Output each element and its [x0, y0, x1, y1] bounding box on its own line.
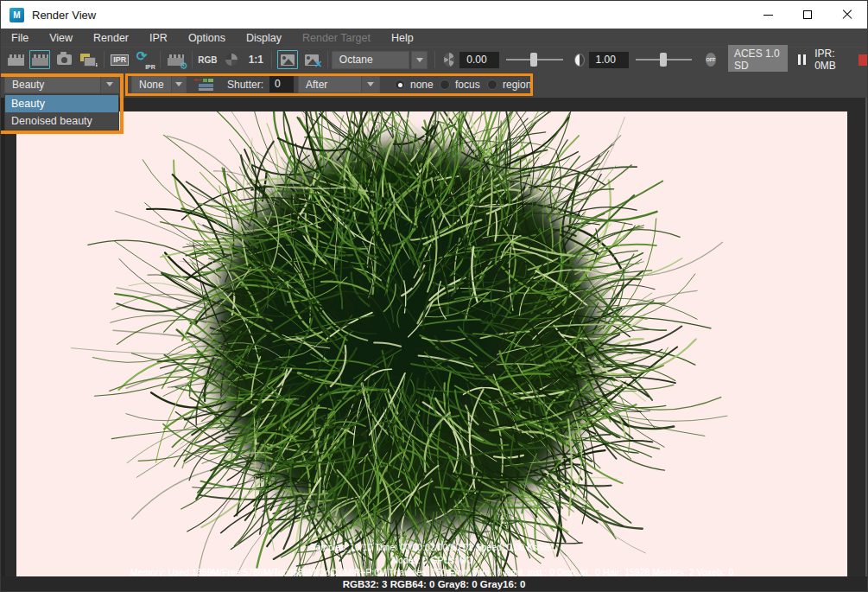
slider-handle[interactable] [530, 53, 537, 67]
timing-arrow[interactable] [361, 76, 379, 92]
chevron-down-icon [416, 58, 423, 62]
slider-handle[interactable] [660, 53, 667, 67]
close-button[interactable] [827, 1, 867, 29]
renderer-select-arrow[interactable] [411, 51, 428, 69]
menu-render-target: Render Target [292, 29, 381, 47]
real-size-button[interactable]: 1:1 [245, 50, 266, 69]
ipr-memory-label: IPR: 0MB [814, 48, 848, 72]
chevron-down-icon [175, 82, 182, 86]
aces-view-transform-button[interactable]: ACES 1.0 SD [728, 45, 788, 74]
ipr-refresh-icon: ⟳IPR [135, 51, 154, 68]
ipr-render-button[interactable]: IPR [110, 50, 130, 69]
pause-icon [798, 54, 801, 65]
maya-app-icon: M [10, 8, 24, 22]
pause-ipr-button[interactable] [798, 54, 806, 65]
exposure-slider[interactable] [506, 52, 562, 67]
radio-label: region [503, 79, 531, 91]
menu-ipr[interactable]: IPR [139, 29, 178, 47]
titlebar: M Render View [1, 1, 867, 29]
statusbar: RGB32: 3 RGB64: 0 Gray8: 0 Gray16: 0 [1, 576, 867, 591]
render-icon [8, 54, 24, 66]
alpha-icon [225, 54, 238, 66]
radio-dot[interactable] [440, 80, 450, 90]
menu-render[interactable]: Render [83, 29, 139, 47]
radio-focus[interactable]: focus [440, 79, 480, 91]
color-management-off-toggle[interactable]: OFF [706, 53, 716, 67]
menu-display[interactable]: Display [236, 29, 292, 47]
radio-dot[interactable] [395, 80, 405, 90]
renderer-select[interactable]: Octane [332, 51, 409, 69]
render-stats-line2: Nodes: 0 GPUs: 0/0 [16, 555, 847, 565]
maximize-icon [803, 10, 812, 19]
ipr-refresh-button[interactable]: ⟳IPR [134, 50, 155, 69]
remove-image-button[interactable]: ✕ [301, 50, 322, 69]
dropdown-option-beauty[interactable]: Beauty [5, 95, 118, 112]
stop-ipr-button[interactable] [858, 54, 867, 66]
exposure-icon [444, 53, 454, 67]
render-view-window: M Render View File View Render IPR Optio… [0, 0, 868, 592]
image-format-counts: RGB32: 3 RGB64: 0 Gray8: 0 Gray16: 0 [343, 579, 526, 589]
render-stats-line1: Samples: 10/10 Time: 00:00:02/00:00:02 S… [16, 542, 847, 552]
image-icon [281, 54, 295, 66]
menu-options[interactable]: Options [178, 29, 236, 47]
maximize-button[interactable] [788, 1, 827, 29]
radio-region[interactable]: region [487, 79, 531, 91]
chevron-down-icon [367, 82, 374, 86]
renderer-value: Octane [333, 54, 409, 66]
rendered-image[interactable]: Samples: 10/10 Time: 00:00:02/00:00:02 S… [16, 111, 847, 578]
x-icon: ✕ [314, 59, 322, 70]
close-icon [842, 10, 852, 20]
rgb-icon: RGB [198, 55, 217, 65]
gamma-field[interactable]: 1.00 [589, 52, 629, 68]
render-pass-select[interactable]: Beauty [4, 75, 119, 93]
window-title: Render View [32, 9, 96, 22]
alpha-channel-button[interactable] [221, 50, 242, 69]
ipr-icon: IPR [111, 54, 129, 66]
main-toolbar: s IPR ⟳IPR ⚙ RGB 1:1 ✕ Octane 0.00 [1, 48, 867, 72]
render-pass-dropdown: Beauty Denoised beauty [4, 94, 119, 130]
redo-render-button[interactable] [5, 50, 26, 69]
radio-label: none [410, 79, 434, 91]
render-all-layers-button[interactable]: s [78, 50, 98, 69]
gamma-icon [574, 54, 585, 67]
pause-icon [803, 54, 806, 65]
exposure-field[interactable]: 0.00 [459, 52, 499, 68]
shutter-label: Shutter: [227, 79, 263, 91]
render-region-icon [32, 54, 48, 66]
camera-icon [57, 54, 72, 65]
render-viewport: Samples: 10/10 Time: 00:00:02/00:00:02 S… [1, 98, 867, 578]
menu-help[interactable]: Help [381, 29, 424, 47]
render-pass-arrow[interactable] [100, 76, 118, 92]
gear-icon: ⚙ [180, 60, 188, 72]
one-to-one-icon: 1:1 [249, 54, 263, 66]
passes-toolbar: Beauty None Shutter: 0 After none focus [1, 72, 867, 98]
rgb-channels-button[interactable]: RGB [197, 50, 218, 69]
shutter-field[interactable]: 0 [269, 76, 294, 92]
timing-value: After [299, 79, 361, 91]
snapshot-button[interactable] [54, 50, 74, 69]
layers-icon: s [80, 54, 96, 66]
chevron-down-icon [106, 82, 113, 86]
minimize-button[interactable] [748, 1, 788, 29]
minimize-icon [763, 15, 773, 16]
filter-arrow[interactable] [171, 76, 186, 92]
radio-label: focus [455, 79, 480, 91]
gamma-slider[interactable] [636, 52, 692, 67]
filter-value: None [132, 79, 171, 91]
render-settings-button[interactable]: ⚙ [166, 50, 187, 69]
grass-ball-render [16, 111, 847, 578]
filter-select[interactable]: None [131, 75, 187, 93]
viewport-left-edge [1, 98, 5, 578]
radio-none[interactable]: none [395, 79, 434, 91]
radio-dot[interactable] [487, 80, 497, 90]
menu-view[interactable]: View [39, 29, 83, 47]
menu-file[interactable]: File [1, 29, 39, 47]
render-pass-value: Beauty [5, 79, 100, 91]
keep-image-button[interactable] [277, 50, 298, 69]
timing-select[interactable]: After [298, 75, 380, 93]
dropdown-option-denoised-beauty[interactable]: Denoised beauty [5, 112, 118, 130]
render-region-button[interactable] [29, 50, 50, 69]
